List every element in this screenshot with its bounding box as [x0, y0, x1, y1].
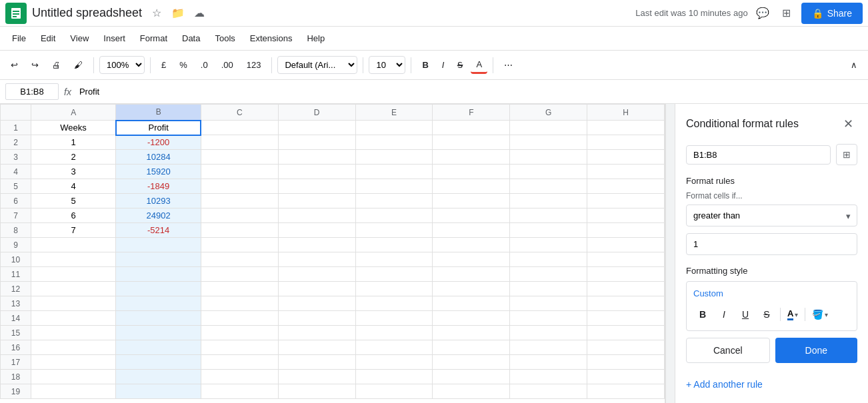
cell-e8[interactable]	[355, 223, 433, 238]
cell-d17[interactable]	[278, 355, 355, 370]
cell-g16[interactable]	[510, 340, 587, 355]
cell-h3[interactable]	[587, 150, 665, 165]
strikethrough-button[interactable]: S̶	[452, 57, 468, 73]
cell-e17[interactable]	[355, 355, 433, 370]
cell-a14[interactable]	[31, 311, 116, 326]
cell-d9[interactable]	[278, 238, 355, 252]
cell-h6[interactable]	[587, 194, 665, 208]
cell-e11[interactable]	[355, 267, 433, 282]
cell-a7[interactable]: 6	[31, 208, 116, 223]
move-to-drive-button[interactable]: 📁	[169, 4, 187, 23]
cell-g5[interactable]	[510, 179, 587, 194]
cell-c17[interactable]	[201, 355, 278, 370]
menu-insert[interactable]: Insert	[97, 31, 132, 46]
cell-b15[interactable]	[116, 326, 201, 340]
cell-d3[interactable]	[278, 150, 355, 165]
cell-e9[interactable]	[355, 238, 433, 252]
cell-h15[interactable]	[587, 326, 665, 340]
cell-g13[interactable]	[510, 296, 587, 311]
cell-e3[interactable]	[355, 150, 433, 165]
cell-c11[interactable]	[201, 267, 278, 282]
cell-h5[interactable]	[587, 179, 665, 194]
cell-e19[interactable]	[355, 384, 433, 399]
cf-strikethrough-button[interactable]: S	[757, 305, 776, 324]
cell-g14[interactable]	[510, 311, 587, 326]
cell-b8[interactable]: -5214	[116, 223, 201, 238]
cell-f5[interactable]	[433, 179, 510, 194]
cell-b2[interactable]: -1200	[116, 135, 201, 150]
menu-extensions[interactable]: Extensions	[243, 31, 299, 46]
cell-a15[interactable]	[31, 326, 116, 340]
cell-e13[interactable]	[355, 296, 433, 311]
cf-fill-color-button[interactable]: 🪣 ▾	[809, 308, 831, 321]
cf-range-select-button[interactable]: ⊞	[836, 144, 857, 165]
cell-d1[interactable]	[278, 121, 355, 135]
cell-e4[interactable]	[355, 165, 433, 179]
cell-reference-input[interactable]	[5, 83, 59, 100]
cell-b6[interactable]: 10293	[116, 194, 201, 208]
cell-c8[interactable]	[201, 223, 278, 238]
cell-f4[interactable]	[433, 165, 510, 179]
cell-e6[interactable]	[355, 194, 433, 208]
cf-close-button[interactable]: ✕	[839, 115, 857, 133]
cell-a11[interactable]	[31, 267, 116, 282]
cell-d8[interactable]	[278, 223, 355, 238]
menu-data[interactable]: Data	[175, 31, 207, 46]
cell-g8[interactable]	[510, 223, 587, 238]
cell-d5[interactable]	[278, 179, 355, 194]
cell-a19[interactable]	[31, 384, 116, 399]
undo-button[interactable]: ↩	[5, 57, 23, 73]
cell-d6[interactable]	[278, 194, 355, 208]
cell-c2[interactable]	[201, 135, 278, 150]
col-header-d[interactable]: D	[278, 105, 355, 121]
col-header-g[interactable]: G	[510, 105, 587, 121]
cell-f19[interactable]	[433, 384, 510, 399]
cell-a1[interactable]: Weeks	[31, 121, 116, 135]
cell-g6[interactable]	[510, 194, 587, 208]
cell-f8[interactable]	[433, 223, 510, 238]
percent-button[interactable]: %	[174, 57, 193, 73]
number-format-button[interactable]: 123	[241, 57, 267, 73]
cell-f13[interactable]	[433, 296, 510, 311]
cell-e14[interactable]	[355, 311, 433, 326]
cell-f17[interactable]	[433, 355, 510, 370]
cell-c4[interactable]	[201, 165, 278, 179]
cell-c15[interactable]	[201, 326, 278, 340]
present-button[interactable]: ⊞	[777, 4, 796, 23]
cell-c1[interactable]	[201, 121, 278, 135]
menu-view[interactable]: View	[63, 31, 95, 46]
cell-h13[interactable]	[587, 296, 665, 311]
star-button[interactable]: ☆	[147, 4, 166, 23]
cell-d4[interactable]	[278, 165, 355, 179]
cell-b17[interactable]	[116, 355, 201, 370]
cell-b7[interactable]: 24902	[116, 208, 201, 223]
comment-button[interactable]: 💬	[753, 4, 772, 23]
cell-g10[interactable]	[510, 252, 587, 267]
menu-edit[interactable]: Edit	[34, 31, 62, 46]
cell-g4[interactable]	[510, 165, 587, 179]
cell-d19[interactable]	[278, 384, 355, 399]
collapse-toolbar-button[interactable]: ∧	[845, 57, 863, 73]
cell-h19[interactable]	[587, 384, 665, 399]
cell-e16[interactable]	[355, 340, 433, 355]
cell-f16[interactable]	[433, 340, 510, 355]
cell-c19[interactable]	[201, 384, 278, 399]
cf-italic-button[interactable]: I	[715, 305, 733, 324]
italic-button[interactable]: I	[437, 57, 450, 73]
decimal-dec-button[interactable]: .0	[195, 57, 213, 73]
currency-button[interactable]: £	[156, 57, 171, 73]
cell-f14[interactable]	[433, 311, 510, 326]
cell-f12[interactable]	[433, 282, 510, 296]
cell-b3[interactable]: 10284	[116, 150, 201, 165]
cell-a6[interactable]: 5	[31, 194, 116, 208]
cell-h7[interactable]	[587, 208, 665, 223]
cell-b16[interactable]	[116, 340, 201, 355]
cell-g19[interactable]	[510, 384, 587, 399]
cell-a9[interactable]	[31, 238, 116, 252]
cell-e10[interactable]	[355, 252, 433, 267]
cell-e15[interactable]	[355, 326, 433, 340]
cf-font-color-button[interactable]: A ▾	[785, 307, 801, 322]
formula-input[interactable]	[77, 84, 863, 99]
cf-condition-select[interactable]: greater than less than greater than or e…	[686, 204, 857, 226]
cell-g15[interactable]	[510, 326, 587, 340]
